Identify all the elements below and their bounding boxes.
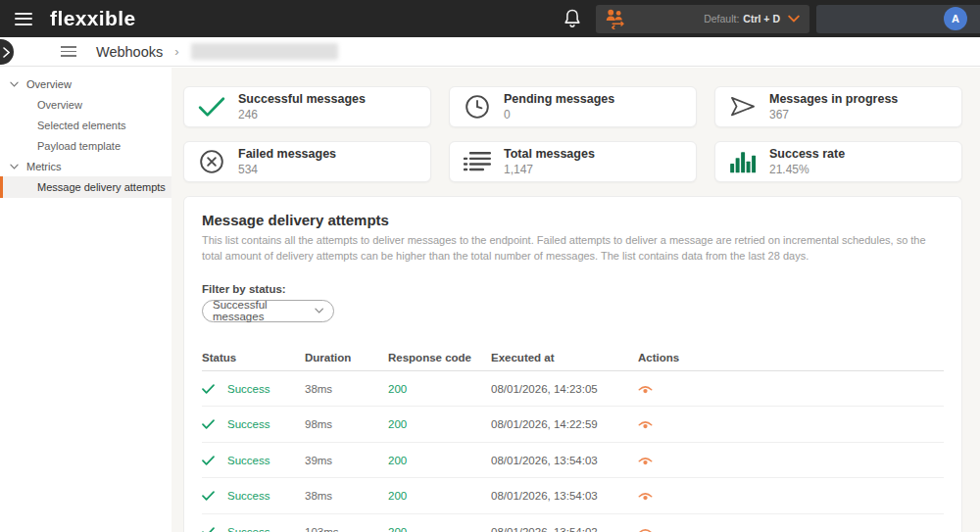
main-content: Successful messages 246 Pending messages… bbox=[172, 68, 980, 532]
duration-cell: 98ms bbox=[305, 418, 388, 430]
status-cell: Success bbox=[202, 455, 305, 466]
status-cell: Success bbox=[202, 383, 305, 395]
app-logo: flexxible bbox=[50, 7, 136, 29]
check-icon bbox=[202, 491, 215, 501]
attempts-table: Status Duration Response code Executed a… bbox=[202, 345, 944, 532]
view-details-eye-icon[interactable] bbox=[638, 525, 656, 532]
avatar[interactable]: A bbox=[944, 7, 967, 30]
topbar: flexxible Default: Ctrl + D A bbox=[0, 0, 980, 37]
view-details-eye-icon[interactable] bbox=[638, 382, 656, 396]
stat-title: Messages in progress bbox=[769, 92, 898, 106]
executed-at-cell: 08/01/2026, 14:22:59 bbox=[491, 418, 638, 430]
bar-chart-icon bbox=[729, 150, 757, 173]
stat-title: Successful messages bbox=[238, 92, 366, 106]
default-shortcut: Ctrl + D bbox=[743, 13, 780, 24]
notifications-bell-icon[interactable] bbox=[563, 9, 582, 28]
stat-value: 0 bbox=[504, 108, 614, 121]
sidebar-item-payload-template[interactable]: Payload template bbox=[0, 135, 172, 156]
stat-title: Total messages bbox=[504, 147, 595, 161]
stat-value: 246 bbox=[238, 108, 366, 121]
sidebar-item-message-delivery-attempts[interactable]: Message delivery attempts bbox=[0, 176, 172, 198]
stat-card-successful: Successful messages 246 bbox=[183, 86, 431, 127]
column-status: Status bbox=[202, 352, 305, 363]
sidebar-item-overview[interactable]: Overview bbox=[0, 94, 172, 115]
chevron-down-icon bbox=[788, 15, 800, 23]
status-label: Success bbox=[227, 383, 270, 395]
table-row: Success 98ms 200 08/01/2026, 14:22:59 bbox=[202, 407, 944, 443]
page-description: This list contains all the attempts to d… bbox=[202, 233, 944, 265]
page-title: Message delivery attempts bbox=[202, 212, 944, 228]
column-actions: Actions bbox=[638, 352, 944, 363]
breadcrumb-root-link[interactable]: Webhooks bbox=[96, 44, 163, 60]
executed-at-cell: 08/01/2026, 14:23:05 bbox=[491, 383, 638, 395]
check-icon bbox=[202, 456, 215, 465]
clock-icon bbox=[464, 95, 491, 119]
account-button[interactable]: A bbox=[816, 5, 980, 33]
actions-cell bbox=[638, 454, 944, 467]
status-label: Success bbox=[227, 526, 270, 532]
duration-cell: 38ms bbox=[305, 383, 388, 395]
stat-card-in-progress: Messages in progress 367 bbox=[714, 86, 962, 127]
breadcrumb: Webhooks › bbox=[0, 37, 980, 67]
response-code-cell: 200 bbox=[388, 418, 491, 430]
sidebar-group-metrics[interactable]: Metrics bbox=[0, 156, 172, 176]
check-icon bbox=[202, 384, 215, 394]
column-response-code: Response code bbox=[388, 352, 491, 363]
sidebar-item-label: Selected elements bbox=[37, 120, 126, 131]
stat-card-failed: Failed messages 534 bbox=[183, 141, 431, 182]
filter-label: Filter by status: bbox=[202, 283, 944, 295]
view-details-eye-icon[interactable] bbox=[638, 417, 656, 431]
table-row: Success 39ms 200 08/01/2026, 13:54:03 bbox=[202, 443, 944, 479]
status-label: Success bbox=[227, 490, 270, 502]
list-icon bbox=[464, 150, 491, 173]
view-details-eye-icon[interactable] bbox=[638, 489, 656, 503]
stat-value: 1,147 bbox=[504, 163, 595, 176]
chevron-down-icon bbox=[315, 308, 323, 314]
switch-user-icon bbox=[606, 9, 626, 29]
chevron-down-icon bbox=[10, 81, 19, 87]
actions-cell bbox=[638, 525, 944, 532]
stat-title: Success rate bbox=[769, 147, 845, 161]
organization-switcher-button[interactable]: Default: Ctrl + D bbox=[596, 5, 809, 33]
actions-cell bbox=[638, 417, 944, 431]
sidebar-group-overview[interactable]: Overview bbox=[0, 73, 172, 94]
status-label: Success bbox=[227, 455, 270, 466]
duration-cell: 103ms bbox=[305, 526, 388, 532]
sidebar-item-selected-elements[interactable]: Selected elements bbox=[0, 115, 172, 135]
stat-value: 21.45% bbox=[769, 163, 845, 176]
stat-title: Pending messages bbox=[504, 92, 614, 106]
check-icon bbox=[202, 419, 215, 429]
executed-at-cell: 08/01/2026, 13:54:02 bbox=[491, 526, 638, 532]
response-code-cell: 200 bbox=[388, 526, 491, 532]
stat-value: 534 bbox=[238, 163, 336, 176]
response-code-cell: 200 bbox=[388, 383, 491, 395]
view-details-eye-icon[interactable] bbox=[638, 454, 656, 467]
stat-value: 367 bbox=[769, 108, 898, 121]
duration-cell: 39ms bbox=[305, 455, 388, 466]
status-filter-dropdown[interactable]: Successful messages bbox=[202, 300, 334, 322]
delivery-attempts-panel: Message delivery attempts This list cont… bbox=[183, 196, 962, 532]
sidebar-item-label: Payload template bbox=[37, 140, 121, 152]
executed-at-cell: 08/01/2026, 13:54:03 bbox=[491, 490, 638, 502]
sidebar-expand-toggle[interactable] bbox=[0, 39, 14, 65]
table-body: Success 38ms 200 08/01/2026, 14:23:05 Su… bbox=[202, 371, 944, 532]
table-row: Success 103ms 200 08/01/2026, 13:54:02 bbox=[202, 514, 944, 532]
actions-cell bbox=[638, 382, 944, 396]
breadcrumb-separator: › bbox=[174, 44, 178, 59]
sidebar-group-label: Metrics bbox=[26, 161, 61, 172]
status-cell: Success bbox=[202, 526, 305, 532]
breadcrumb-menu-icon[interactable] bbox=[61, 43, 76, 60]
column-executed-at: Executed at bbox=[491, 352, 638, 363]
status-filter-value: Successful messages bbox=[213, 299, 315, 322]
status-cell: Success bbox=[202, 490, 305, 502]
table-row: Success 38ms 200 08/01/2026, 13:54:03 bbox=[202, 478, 944, 514]
response-code-cell: 200 bbox=[388, 490, 491, 502]
check-icon bbox=[198, 95, 225, 119]
stat-card-success-rate: Success rate 21.45% bbox=[714, 141, 962, 182]
status-label: Success bbox=[227, 418, 270, 430]
sidebar-item-label: Overview bbox=[37, 99, 82, 111]
menu-icon[interactable] bbox=[15, 9, 32, 28]
table-header: Status Duration Response code Executed a… bbox=[202, 345, 944, 371]
check-icon bbox=[202, 527, 215, 532]
response-code-cell: 200 bbox=[388, 455, 491, 466]
